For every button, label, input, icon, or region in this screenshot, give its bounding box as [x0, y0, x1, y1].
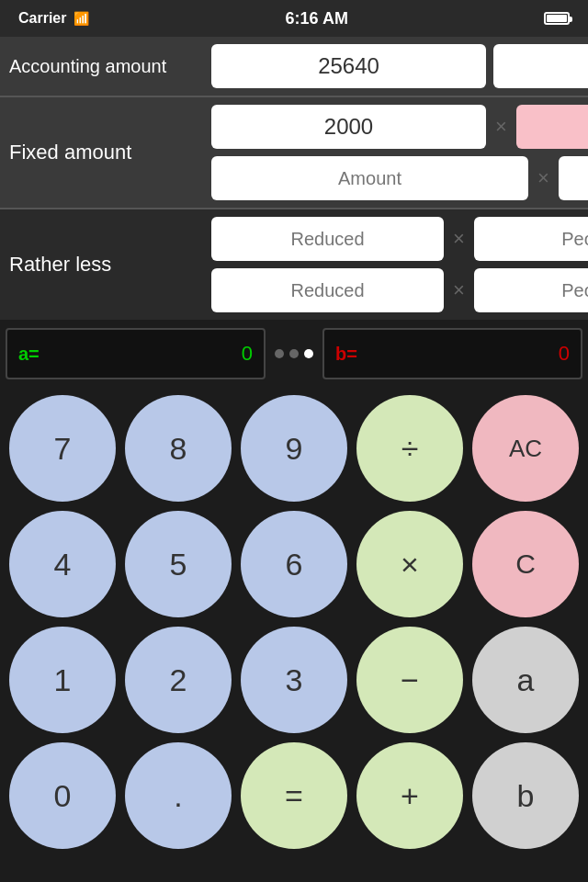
rather-input-row2: × [211, 268, 588, 312]
display-a: a= 0 [6, 328, 266, 379]
fixed-label: Fixed amount [9, 105, 211, 200]
btn-dot[interactable]: . [125, 742, 232, 849]
btn-equals[interactable]: = [241, 742, 347, 849]
fixed-input-row2: × [211, 156, 588, 200]
btn-7[interactable]: 7 [9, 395, 116, 502]
status-bar: Carrier 📶 6:16 AM [0, 0, 588, 37]
status-right [544, 12, 570, 25]
btn-a[interactable]: a [472, 627, 579, 733]
rather-reduced1[interactable] [211, 217, 444, 261]
fixed-row: Fixed amount × × [0, 97, 588, 208]
display-a-label: a= [18, 344, 40, 365]
btn-6[interactable]: 6 [241, 511, 347, 617]
rather-people1[interactable] [474, 217, 588, 261]
dot1 [275, 349, 284, 358]
btn-2[interactable]: 2 [125, 627, 232, 733]
btn-ac[interactable]: AC [472, 395, 579, 502]
btn-3[interactable]: 3 [241, 627, 347, 733]
btn-divide[interactable]: ÷ [356, 395, 463, 502]
time-label: 6:16 AM [286, 9, 348, 28]
battery-icon [544, 12, 570, 25]
display-b: b= 0 [322, 328, 582, 379]
btn-9[interactable]: 9 [241, 395, 347, 502]
accounting-value1[interactable] [211, 44, 486, 88]
rather-input-row1: × [211, 217, 588, 261]
multiply-sign3: × [451, 227, 467, 251]
fixed-value2[interactable] [516, 105, 588, 149]
multiply-sign1: × [493, 115, 509, 139]
status-left: Carrier 📶 [18, 10, 89, 27]
btn-0[interactable]: 0 [9, 742, 116, 849]
rather-inputs: × × [211, 217, 588, 312]
rather-reduced2[interactable] [211, 268, 444, 312]
rather-label: Rather less [9, 217, 211, 312]
btn-8[interactable]: 8 [125, 395, 232, 502]
calc-pad: 7 8 9 ÷ AC 4 5 6 × C 1 2 3 − a 0 . = + b [0, 388, 588, 856]
btn-4[interactable]: 4 [9, 511, 116, 617]
display-area: a= 0 b= 0 [6, 325, 582, 382]
display-b-value: 0 [559, 342, 570, 366]
btn-5[interactable]: 5 [125, 511, 232, 617]
btn-plus[interactable]: + [356, 742, 463, 849]
fixed-input-row1: × [211, 105, 588, 149]
wifi-icon: 📶 [74, 11, 89, 26]
display-a-value: 0 [242, 342, 253, 366]
btn-minus[interactable]: − [356, 627, 463, 733]
fixed-inputs: × × [211, 105, 588, 200]
carrier-label: Carrier [18, 10, 66, 27]
accounting-inputs [211, 44, 588, 88]
btn-multiply[interactable]: × [356, 511, 463, 617]
accounting-label: Accounting amount [9, 56, 211, 77]
accounting-row: Accounting amount [0, 37, 588, 96]
fixed-amount-placeholder[interactable] [211, 156, 528, 200]
fixed-people-placeholder[interactable] [559, 156, 588, 200]
btn-1[interactable]: 1 [9, 627, 116, 733]
rather-row: Rather less × × [0, 208, 588, 320]
dots-area [275, 349, 313, 358]
dot3 [304, 349, 313, 358]
multiply-sign4: × [451, 278, 467, 302]
btn-b[interactable]: b [472, 742, 579, 849]
fixed-value1[interactable] [211, 105, 486, 149]
display-b-label: b= [335, 344, 357, 365]
accounting-value2[interactable] [493, 44, 588, 88]
multiply-sign2: × [536, 166, 551, 190]
rather-people2[interactable] [474, 268, 588, 312]
dot2 [289, 349, 299, 358]
btn-c[interactable]: C [472, 511, 579, 617]
